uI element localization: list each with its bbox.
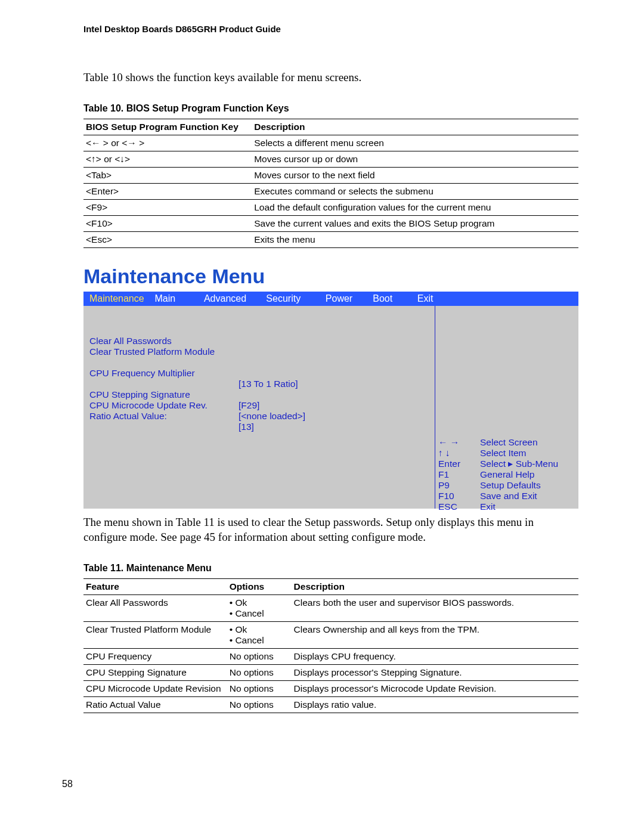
help-desc: Save and Exit xyxy=(480,491,537,501)
help-key: Enter xyxy=(438,459,480,469)
help-key: F10 xyxy=(438,491,480,501)
t11-header-desc: Description xyxy=(292,578,578,594)
bios-item: CPU Frequency Multiplier xyxy=(89,368,322,379)
t11-cell: • Ok• Cancel xyxy=(227,621,292,648)
help-desc: General Help xyxy=(480,469,534,480)
t11-header-options: Options xyxy=(227,578,292,594)
bios-item: Clear Trusted Platform Module xyxy=(89,346,322,357)
table10: BIOS Setup Program Function Key Descript… xyxy=(83,119,578,248)
table10-header-desc: Description xyxy=(252,119,578,135)
t10-cell: <↑> or <↓> xyxy=(83,151,252,167)
t10-cell: <Tab> xyxy=(83,167,252,183)
t11-cell: Clears both the user and supervisor BIOS… xyxy=(292,594,578,621)
t11-cell: Clears Ownership and all keys from the T… xyxy=(292,621,578,648)
bios-value: [F29] xyxy=(239,400,305,411)
t11-cell: Displays ratio value. xyxy=(292,696,578,713)
help-key: F1 xyxy=(438,469,480,480)
t11-cell: Ratio Actual Value xyxy=(83,696,227,713)
t11-cell: No options xyxy=(227,664,292,680)
document-header: Intel Desktop Boards D865GRH Product Gui… xyxy=(83,24,578,34)
bios-screenshot: Maintenance Main Advanced Security Power… xyxy=(83,292,578,509)
page-number: 58 xyxy=(62,779,578,789)
help-desc: Select Screen xyxy=(480,437,538,448)
bios-value: [13] xyxy=(239,422,305,432)
bios-tab-exit: Exit xyxy=(417,293,434,304)
help-key: ← → xyxy=(438,437,480,448)
table11: Feature Options Description Clear All Pa… xyxy=(83,578,578,713)
t10-cell: Moves cursor up or down xyxy=(252,151,578,167)
bios-tab-boot: Boot xyxy=(373,293,414,304)
bios-body: Clear All Passwords Clear Trusted Platfo… xyxy=(83,306,578,509)
t10-cell: Exits the menu xyxy=(252,231,578,247)
t11-cell: Displays processor's Stepping Signature. xyxy=(292,664,578,680)
table11-caption: Table 11. Maintenance Menu xyxy=(83,563,578,574)
t11-cell: Displays CPU frequency. xyxy=(292,648,578,664)
t10-cell: Selects a different menu screen xyxy=(252,135,578,151)
help-desc: Setup Defaults xyxy=(480,480,541,491)
bios-menubar: Maintenance Main Advanced Security Power… xyxy=(83,292,578,306)
t11-cell: No options xyxy=(227,680,292,696)
t10-cell: Save the current values and exits the BI… xyxy=(252,215,578,231)
help-key: ↑ ↓ xyxy=(438,448,480,459)
t10-cell: <F10> xyxy=(83,215,252,231)
intro-paragraph: Table 10 shows the function keys availab… xyxy=(83,70,578,85)
bios-tab-security: Security xyxy=(266,293,323,304)
bios-tab-advanced: Advanced xyxy=(204,293,264,304)
t11-cell: Displays processor's Microcode Update Re… xyxy=(292,680,578,696)
t10-cell: Moves cursor to the next field xyxy=(252,167,578,183)
bios-tab-maintenance: Maintenance xyxy=(83,293,152,304)
t11-cell: Clear All Passwords xyxy=(83,594,227,621)
t11-cell: Clear Trusted Platform Module xyxy=(83,621,227,648)
t11-cell: • Ok• Cancel xyxy=(227,594,292,621)
t10-cell: <← > or <→ > xyxy=(83,135,252,151)
body-paragraph: The menu shown in Table 11 is used to cl… xyxy=(83,515,578,545)
section-title: Maintenance Menu xyxy=(83,265,578,288)
help-desc: Select ▸ Sub-Menu xyxy=(480,459,558,469)
t10-cell: Executes command or selects the submenu xyxy=(252,183,578,199)
t11-header-feature: Feature xyxy=(83,578,227,594)
t11-cell: CPU Stepping Signature xyxy=(83,664,227,680)
bios-help-panel: ← →Select Screen ↑ ↓Select Item EnterSel… xyxy=(438,437,572,512)
t11-cell: CPU Frequency xyxy=(83,648,227,664)
table10-caption: Table 10. BIOS Setup Program Function Ke… xyxy=(83,103,578,114)
help-desc: Select Item xyxy=(480,448,527,459)
t11-cell: No options xyxy=(227,648,292,664)
help-key: ESC xyxy=(438,501,480,512)
bios-value: [13 To 1 Ratio] xyxy=(239,379,305,389)
bios-item: Clear All Passwords xyxy=(89,336,322,346)
t11-cell: No options xyxy=(227,696,292,713)
t10-cell: Load the default configuration values fo… xyxy=(252,199,578,215)
t10-cell: <F9> xyxy=(83,199,252,215)
bios-tab-main: Main xyxy=(154,293,201,304)
help-key: P9 xyxy=(438,480,480,491)
bios-value: [<none loaded>] xyxy=(239,411,305,422)
t10-cell: <Esc> xyxy=(83,231,252,247)
t11-cell: CPU Microcode Update Revision xyxy=(83,680,227,696)
help-desc: Exit xyxy=(480,501,496,512)
bios-tab-power: Power xyxy=(326,293,370,304)
table10-header-key: BIOS Setup Program Function Key xyxy=(83,119,252,135)
t10-cell: <Enter> xyxy=(83,183,252,199)
